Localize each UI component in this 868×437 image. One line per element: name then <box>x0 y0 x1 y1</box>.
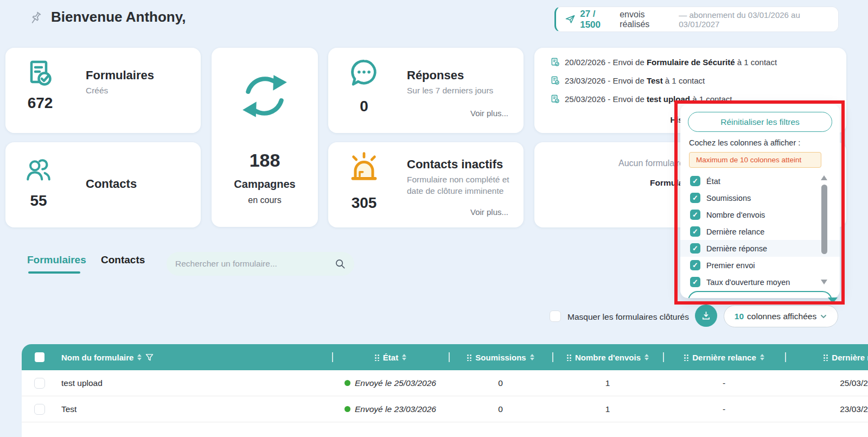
search-icon[interactable] <box>335 258 346 269</box>
card-reponses[interactable]: 0 Réponses Sur les 7 derniers jours Voir… <box>328 48 524 133</box>
send-log-icon <box>551 94 560 104</box>
drag-handle-icon[interactable] <box>823 354 828 361</box>
tab-contacts[interactable]: Contacts <box>101 254 145 266</box>
popup-pointer-tail <box>828 297 838 303</box>
pin-icon[interactable] <box>28 11 43 26</box>
header-derniere-relance[interactable]: Dernière relance <box>663 344 785 370</box>
table-row[interactable]: Test Envoyé le 23/03/2026 0 1 - 23/03/20… <box>22 396 868 422</box>
siren-icon <box>347 151 381 186</box>
campagnes-title: Campagnes <box>212 178 318 191</box>
table-body: test upload Envoyé le 25/03/2026 0 1 - 2… <box>22 370 868 437</box>
sync-icon <box>238 69 291 123</box>
send-icon <box>565 14 576 26</box>
campagnes-count: 188 <box>212 150 318 171</box>
form-name-cell[interactable]: test upload <box>57 378 332 388</box>
reponses-count: 0 <box>348 98 380 115</box>
select-all-checkbox[interactable] <box>35 352 44 362</box>
search-input[interactable] <box>175 259 335 269</box>
contacts-count: 55 <box>20 192 58 210</box>
card-contacts[interactable]: 55 Contacts <box>5 142 201 227</box>
header-nombre-envois[interactable]: Nombre d'envois <box>552 344 663 370</box>
column-option[interactable]: ✓Dernière relance <box>680 223 840 240</box>
sort-icon[interactable] <box>137 354 142 360</box>
page-title: Bienvenue Anthony, <box>51 9 186 26</box>
column-option[interactable]: ✓Soumissions <box>680 189 840 206</box>
voir-plus-link[interactable]: Voir plus... <box>470 109 508 118</box>
hide-closed-checkbox[interactable] <box>550 311 561 322</box>
columns-displayed-button[interactable]: 10 colonnes affichées <box>724 305 838 327</box>
sort-icon[interactable] <box>530 354 534 360</box>
reset-filters-button[interactable]: Réinitialiser les filtres <box>688 112 832 132</box>
formulaires-title: Formulaires <box>86 68 154 83</box>
row-checkbox-cell <box>22 378 57 389</box>
inactifs-title: Contacts inactifs <box>407 157 518 172</box>
column-option[interactable]: ✓Premier envoi <box>680 257 840 274</box>
tab-active-underline <box>28 271 80 274</box>
chat-icon <box>348 58 380 90</box>
scrollbar-down-arrow[interactable] <box>821 280 827 284</box>
contacts-icon <box>24 156 53 186</box>
campagnes-subtitle: en cours <box>212 195 318 205</box>
scrollbar-up-arrow[interactable] <box>821 175 827 180</box>
row-checkbox[interactable] <box>34 378 45 389</box>
table-row[interactable]: test upload Envoyé le 25/03/2026 0 1 - 2… <box>22 370 868 396</box>
card-contacts-inactifs[interactable]: 305 Contacts inactifs Formulaire non com… <box>328 142 524 227</box>
column-option-label: Dernière réponse <box>706 244 767 253</box>
status-cell: Envoyé le 25/03/2026 <box>332 370 449 396</box>
download-icon <box>700 310 712 321</box>
column-option-label: Dernière relance <box>706 227 764 236</box>
search-bar[interactable] <box>167 252 354 276</box>
checked-checkbox[interactable]: ✓ <box>690 260 700 270</box>
activity-lead: 23/03/2026 - Envoi de <box>565 76 644 85</box>
column-label: Dernière réponse <box>832 353 868 362</box>
soumissions-cell: 0 <box>449 396 552 422</box>
activity-item: 23/03/2026 - Envoi de Test à 1 contact <box>551 76 705 85</box>
checked-checkbox[interactable]: ✓ <box>690 193 700 203</box>
chevron-down-icon <box>820 313 827 320</box>
checked-checkbox[interactable]: ✓ <box>690 277 700 287</box>
quota-label: envois réalisés <box>620 10 672 29</box>
checked-checkbox[interactable]: ✓ <box>690 210 700 220</box>
column-option[interactable]: ✓Taux d'ouverture moyen <box>680 274 840 290</box>
download-button[interactable] <box>695 305 717 327</box>
soumissions-cell: 0 <box>449 370 552 396</box>
sort-icon[interactable] <box>644 354 649 360</box>
drag-handle-icon[interactable] <box>467 354 471 361</box>
column-option[interactable]: ✓Dernière réponse <box>680 240 840 257</box>
quota-count: 27 / 1500 <box>580 9 615 30</box>
row-checkbox[interactable] <box>34 404 45 415</box>
form-name-cell[interactable]: Test <box>57 404 332 414</box>
column-label: Dernière relance <box>692 353 756 362</box>
column-option-label: Soumissions <box>706 194 751 202</box>
activity-tail: à 1 contact <box>665 76 705 85</box>
drag-handle-icon[interactable] <box>374 354 379 361</box>
envois-cell: 1 <box>552 396 663 422</box>
column-option-label: État <box>706 177 720 186</box>
column-label: État <box>383 353 398 362</box>
header-etat[interactable]: État <box>332 344 449 370</box>
row-checkbox-cell <box>22 404 57 415</box>
envois-cell: 1 <box>552 370 663 396</box>
header-nom-du-formulaire[interactable]: Nom du formulaire <box>57 353 332 362</box>
drag-handle-icon[interactable] <box>684 354 688 361</box>
max-columns-warning: Maximum de 10 colonnes atteint <box>689 152 821 168</box>
sort-icon[interactable] <box>760 354 764 360</box>
checked-checkbox[interactable]: ✓ <box>690 226 700 237</box>
checked-checkbox[interactable]: ✓ <box>690 243 700 254</box>
column-option[interactable]: ✓État <box>680 173 840 189</box>
header-soumissions[interactable]: Soumissions <box>449 344 552 370</box>
header-derniere-reponse[interactable]: Dernière réponse <box>785 344 868 370</box>
card-formulaires[interactable]: 672 Formulaires Créés <box>5 48 201 133</box>
column-option[interactable]: ✓Nombre d'envois <box>680 206 840 223</box>
card-campagnes[interactable]: 188 Campagnes en cours <box>212 48 318 227</box>
relance-cell: - <box>663 396 785 422</box>
empty-message: Aucun formulaire <box>618 159 684 168</box>
checked-checkbox[interactable]: ✓ <box>690 176 700 186</box>
popup-bottom-button[interactable] <box>688 291 832 298</box>
voir-plus-link[interactable]: Voir plus... <box>470 207 508 217</box>
drag-handle-icon[interactable] <box>566 354 571 361</box>
scrollbar-thumb[interactable] <box>821 185 827 254</box>
filter-icon[interactable] <box>145 353 154 362</box>
tab-formulaires[interactable]: Formulaires <box>27 254 86 266</box>
sort-icon[interactable] <box>402 354 406 360</box>
